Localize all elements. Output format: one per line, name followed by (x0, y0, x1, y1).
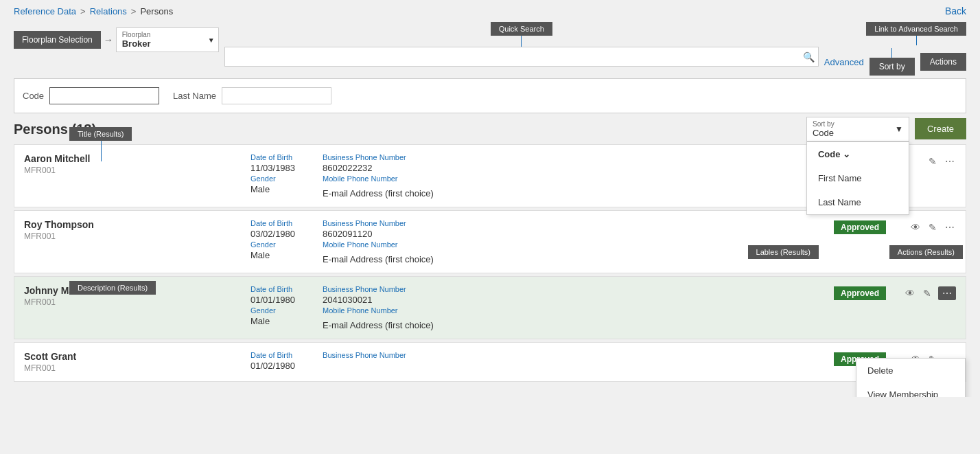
email-label: E-mail Address (first choice) (323, 320, 434, 330)
more-actions-button[interactable]: ⋯ (944, 220, 956, 234)
dob-group: Date of Birth 01/02/1980 (250, 351, 295, 371)
last-name-label: Last Name (173, 91, 216, 101)
gender-value: Male (250, 250, 295, 260)
breadcrumb-reference-data[interactable]: Reference Data (14, 6, 76, 16)
person-details: Date of Birth 03/02/1980 Gender Male Bus… (250, 219, 819, 264)
floorplan-section: Floorplan Selection → Floorplan Broker ▼ (14, 27, 219, 52)
floorplan-selection-button[interactable]: Floorplan Selection (14, 31, 101, 49)
person-code: MFR001 (24, 166, 250, 175)
person-info: Roy Thompson MFR001 (24, 219, 250, 241)
sort-dropdown-panel: Code ⌄ First Name Last Name (806, 141, 909, 215)
title-results-callout: Title (Results) (69, 127, 132, 141)
status-badge: Approved (834, 220, 886, 234)
sort-by-dropdown-area: Sort by Code ▼ Code ⌄ First Name Last Na… (806, 117, 909, 141)
advanced-link[interactable]: Advanced (824, 57, 864, 67)
status-badge: Approved (834, 286, 886, 300)
edit-icon-button[interactable]: ✎ (922, 286, 933, 300)
breadcrumb-persons: Persons (140, 6, 173, 16)
floorplan-label: Floorplan (122, 31, 213, 38)
phone-group: Business Phone Number 8602091120 Mobile … (323, 219, 434, 264)
actions-context-menu: Delete View Membership (856, 358, 966, 397)
phone-group: Business Phone Number 8602022232 Mobile … (323, 153, 434, 198)
sort-by-current-value: Code (813, 128, 835, 138)
person-status: Approved (819, 219, 901, 234)
quick-search-callout: Quick Search (491, 22, 552, 36)
sort-by-chevron: ▼ (895, 124, 903, 134)
search-input-wrap: 🔍 (224, 47, 819, 67)
dob-value: 03/02/1980 (250, 229, 295, 239)
sort-option-last-name[interactable]: Last Name (807, 190, 909, 214)
search-input[interactable] (224, 47, 819, 67)
dob-label: Date of Birth (250, 285, 295, 293)
person-details: Date of Birth 01/02/1980 Business Phone … (250, 351, 819, 371)
table-row: Description (Results) Roy Thompson MFR00… (14, 210, 966, 273)
view-membership-menu-item[interactable]: View Membership (856, 383, 965, 397)
gender-value: Male (250, 184, 295, 194)
dob-label: Date of Birth (250, 351, 295, 359)
quick-search-callout-wrap: Quick Search (491, 22, 552, 47)
table-row: Johnny Matthews MFR001 Date of Birth 01/… (14, 276, 966, 339)
gender-value: Male (250, 316, 295, 326)
person-actions: Lables (Results) Actions (Results) 👁 ✎ ⋯ (901, 219, 956, 234)
person-info: Aaron Mitchell MFR001 (24, 153, 250, 175)
biz-phone-label: Business Phone Number (323, 153, 434, 161)
sort-by-section: Sort by (870, 48, 915, 76)
biz-phone-value: 2041030021 (323, 295, 434, 305)
search-icon-button[interactable]: 🔍 (803, 52, 815, 63)
dob-group: Date of Birth 03/02/1980 Gender Male (250, 219, 295, 264)
person-name: Aaron Mitchell (24, 153, 250, 164)
floorplan-dropdown-arrow: ▼ (208, 36, 215, 44)
person-code: MFR001 (24, 231, 250, 241)
sort-by-button[interactable]: Sort by (870, 58, 915, 76)
more-actions-button[interactable]: ⋯ (944, 155, 956, 168)
biz-phone-label: Business Phone Number (323, 285, 434, 293)
dob-label: Date of Birth (250, 153, 295, 161)
labels-results-callout: Lables (Results) (748, 245, 819, 259)
mobile-label: Mobile Phone Number (323, 306, 434, 315)
phone-group: Business Phone Number 2041030021 Mobile … (323, 285, 434, 330)
mobile-label: Mobile Phone Number (323, 174, 434, 183)
sort-by-label-small: Sort by (813, 120, 835, 128)
actions-results-callout: Actions (Results) (889, 245, 963, 259)
breadcrumb: Reference Data > Relations > Persons (14, 6, 173, 16)
email-label: E-mail Address (first choice) (323, 188, 434, 198)
dob-value: 01/01/1980 (250, 295, 295, 305)
floorplan-arrow-right: → (104, 34, 113, 45)
link-to-advanced-callout[interactable]: Link to Advanced Search (866, 22, 966, 36)
dob-label: Date of Birth (250, 219, 295, 227)
code-input[interactable] (49, 87, 159, 104)
delete-menu-item[interactable]: Delete (856, 359, 965, 383)
description-results-callout: Description (Results) (69, 281, 156, 295)
more-actions-active-button[interactable]: ⋯ (938, 286, 956, 300)
breadcrumb-sep-2: > (131, 6, 137, 16)
dob-group: Date of Birth 01/01/1980 Gender Male (250, 285, 295, 330)
edit-icon-button[interactable]: ✎ (927, 155, 938, 168)
create-button[interactable]: Create (915, 118, 966, 139)
person-name: Scott Grant (24, 351, 250, 362)
person-code: MFR001 (24, 297, 250, 307)
view-icon-button[interactable]: 👁 (909, 220, 922, 234)
phone-group: Business Phone Number (323, 351, 406, 371)
breadcrumb-relations[interactable]: Relations (90, 6, 127, 16)
gender-label: Gender (250, 174, 295, 183)
code-label: Code (23, 91, 44, 101)
sort-by-select-display[interactable]: Sort by Code ▼ (806, 117, 909, 141)
floorplan-dropdown[interactable]: Floorplan Broker ▼ (116, 27, 219, 52)
sort-option-first-name[interactable]: First Name (807, 166, 909, 190)
biz-phone-value: 8602022232 (323, 163, 434, 173)
code-field-wrap: Code (23, 87, 159, 104)
person-details: Date of Birth 11/03/1983 Gender Male Bus… (250, 153, 819, 198)
table-row: Scott Grant MFR001 Date of Birth 01/02/1… (14, 342, 966, 382)
last-name-field-wrap: Last Name (173, 87, 331, 104)
view-icon-button[interactable]: 👁 (904, 286, 916, 300)
last-name-input[interactable] (222, 87, 331, 104)
person-code: MFR001 (24, 363, 250, 373)
person-actions: ✎ ⋯ (901, 153, 956, 168)
back-link[interactable]: Back (945, 5, 966, 16)
biz-phone-label: Business Phone Number (323, 219, 434, 227)
edit-icon-button[interactable]: ✎ (927, 220, 938, 234)
actions-button[interactable]: Actions (920, 53, 966, 71)
person-info: Scott Grant MFR001 (24, 351, 250, 373)
sort-option-code[interactable]: Code ⌄ (807, 142, 909, 166)
floorplan-value: Broker (122, 38, 151, 49)
